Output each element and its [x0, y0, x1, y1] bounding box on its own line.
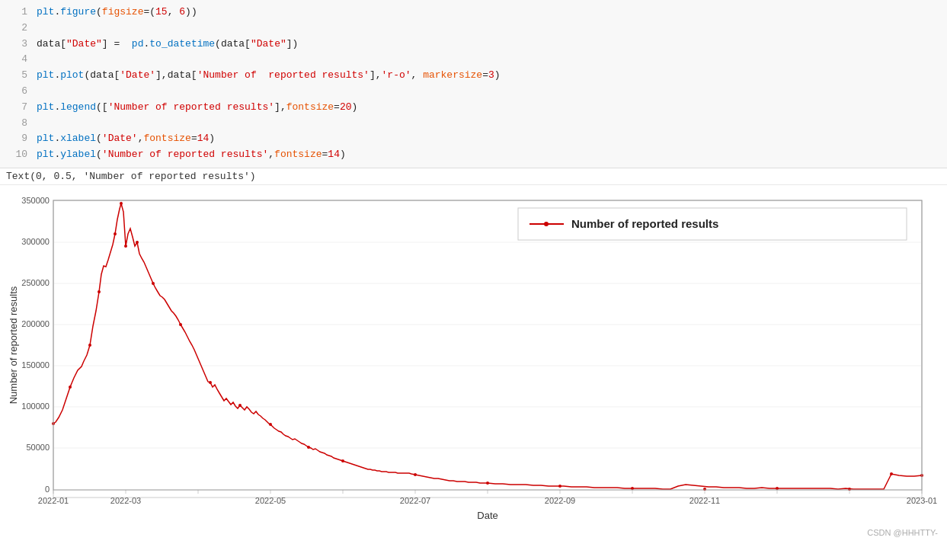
x-axis-title: Date — [477, 510, 497, 521]
code-line-1: 1 plt.figure(figsize=(15, 6)) — [0, 5, 947, 21]
output-text: Text(0, 0.5, 'Number of reported results… — [0, 168, 947, 185]
svg-point-47 — [544, 222, 549, 226]
y-label-50k: 50000 — [26, 443, 50, 452]
x-label-2022-09: 2022-09 — [545, 496, 575, 505]
y-label-100k: 100000 — [21, 402, 50, 411]
svg-point-25 — [98, 290, 101, 293]
svg-point-35 — [307, 446, 310, 449]
svg-point-33 — [238, 404, 242, 407]
code-line-7: 7 plt.legend(['Number of reported result… — [0, 100, 947, 116]
svg-rect-0 — [53, 200, 922, 498]
x-label-2022-11: 2022-11 — [689, 496, 720, 505]
code-line-3: 3 data["Date"] = pd.to_datetime(data["Da… — [0, 37, 947, 53]
svg-point-26 — [114, 232, 117, 235]
watermark: CSDN @HHHTTY- — [867, 528, 938, 537]
svg-point-38 — [486, 482, 489, 485]
svg-point-39 — [558, 485, 561, 488]
code-line-4: 4 — [0, 52, 947, 68]
y-label-350k: 350000 — [21, 196, 50, 205]
x-label-2022-05: 2022-05 — [255, 496, 286, 505]
y-label-250k: 250000 — [21, 278, 50, 287]
y-label-0: 0 — [45, 485, 50, 494]
svg-point-34 — [269, 423, 272, 426]
svg-point-37 — [414, 473, 417, 476]
svg-point-36 — [341, 459, 344, 462]
svg-point-23 — [69, 386, 72, 389]
code-line-10: 10 plt.ylabel('Number of reported result… — [0, 147, 947, 163]
code-block: 1 plt.figure(figsize=(15, 6)) 2 3 data["… — [0, 0, 947, 168]
svg-point-29 — [136, 241, 139, 244]
svg-point-31 — [179, 323, 182, 326]
svg-point-30 — [152, 282, 155, 285]
x-label-2022-01: 2022-01 — [38, 496, 69, 505]
svg-point-28 — [124, 245, 127, 248]
x-label-2022-03: 2022-03 — [110, 496, 141, 505]
chart-svg: 0 50000 100000 150000 200000 250000 3000… — [8, 193, 939, 536]
x-label-2023-01: 2023-01 — [907, 496, 937, 505]
code-line-6: 6 — [0, 84, 947, 100]
code-line-2: 2 — [0, 21, 947, 37]
code-line-9: 9 plt.xlabel('Date',fontsize=14) — [0, 131, 947, 147]
svg-point-40 — [631, 487, 634, 490]
svg-point-27 — [120, 202, 123, 205]
y-axis-title: Number of reported results — [8, 286, 19, 404]
svg-point-44 — [890, 472, 893, 475]
svg-point-24 — [88, 344, 91, 347]
svg-point-42 — [776, 487, 779, 490]
svg-point-32 — [209, 381, 212, 384]
code-line-5: 5 plt.plot(data['Date'],data['Number of … — [0, 68, 947, 84]
x-label-2022-07: 2022-07 — [400, 496, 430, 505]
y-label-300k: 300000 — [21, 237, 50, 246]
y-label-150k: 150000 — [21, 360, 50, 370]
y-label-200k: 200000 — [21, 319, 50, 328]
legend-label: Number of reported results — [571, 217, 718, 230]
chart-container: 0 50000 100000 150000 200000 250000 3000… — [0, 185, 947, 543]
code-line-8: 8 — [0, 116, 947, 132]
